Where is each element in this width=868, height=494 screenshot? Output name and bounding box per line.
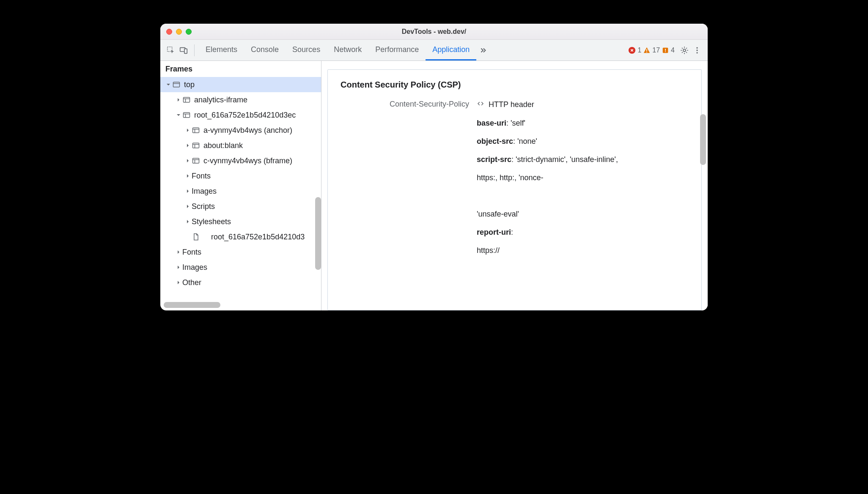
settings-icon[interactable] [678,44,691,57]
tree-row[interactable]: root_616a752e1b5d4210d3ec [160,107,321,123]
titlebar: DevTools - web.dev/ [160,24,708,40]
svg-rect-21 [193,128,199,133]
csp-value-line [477,192,689,200]
tree-label: a-vynmy4vb4wys (anchor) [203,126,292,135]
status-badges[interactable]: 1 17 4 [628,47,675,54]
disclosure-collapsed-icon[interactable] [185,203,191,209]
inspect-element-icon[interactable] [165,44,177,57]
tree-label: top [184,80,195,89]
tab-sources[interactable]: Sources [286,40,327,60]
tree-row[interactable]: c-vynmy4vb4wys (bframe) [160,153,321,168]
tree-label: about:blank [203,141,243,150]
frame-icon [192,156,200,165]
tree-row[interactable]: Fonts [160,168,321,184]
frame-icon [192,141,200,150]
svg-rect-24 [193,143,199,148]
tree-row[interactable]: about:blank [160,138,321,153]
disclosure-collapsed-icon[interactable] [185,127,191,133]
tree-label: Scripts [192,202,215,211]
tree-label: Other [182,278,201,287]
tree-row[interactable]: Images [160,184,321,199]
toolbar-separator [194,44,195,56]
section-title: Content Security Policy (CSP) [341,80,689,90]
disclosure-expanded-icon[interactable] [165,82,171,88]
panel-tabs: Elements Console Sources Network Perform… [199,40,490,60]
tree-row[interactable]: Stylesheets [160,214,321,229]
disclosure-collapsed-icon[interactable] [176,97,181,103]
frame-icon [182,111,191,119]
frames-tree[interactable]: topanalytics-iframeroot_616a752e1b5d4210… [160,77,321,300]
sidebar-header: Frames [160,61,321,77]
disclosure-collapsed-icon[interactable] [185,143,191,148]
issues-badge[interactable]: 4 [662,47,675,54]
close-window-button[interactable] [166,29,172,35]
tab-performance[interactable]: Performance [368,40,426,60]
disclosure-collapsed-icon[interactable] [185,173,191,179]
disclosure-collapsed-icon[interactable] [185,158,191,164]
tree-label: Stylesheets [192,217,231,226]
tree-label: Fonts [192,172,211,181]
tree-row[interactable]: Scripts [160,199,321,214]
frame-icon [192,126,200,134]
csp-directive: report-uri: [477,228,689,237]
csp-value-line: https:// [477,246,689,255]
tab-console[interactable]: Console [244,40,286,60]
disclosure-collapsed-icon[interactable] [176,264,181,270]
warnings-badge[interactable]: 17 [643,47,660,54]
tree-row[interactable]: top [160,77,321,92]
zoom-window-button[interactable] [186,29,192,35]
tree-label: analytics-iframe [194,96,247,104]
tree-label: Images [192,187,217,196]
warnings-count: 17 [652,47,660,54]
disclosure-collapsed-icon[interactable] [185,219,191,225]
tree-label: root_616a752e1b5d4210d3ec [194,111,296,120]
tree-row[interactable]: root_616a752e1b5d4210d3 [160,229,321,244]
content-area: Frames topanalytics-iframeroot_616a752e1… [160,61,708,310]
errors-count: 1 [637,47,641,54]
minimize-window-button[interactable] [176,29,182,35]
devtools-toolbar: Elements Console Sources Network Perform… [160,40,708,61]
details-vertical-scrollbar[interactable] [700,114,706,165]
csp-directive: base-uri: 'self' [477,119,689,128]
details-pane: Content Security Policy (CSP) Content-Se… [321,61,708,310]
sidebar-vertical-scrollbar[interactable] [315,197,321,270]
frames-sidebar: Frames topanalytics-iframeroot_616a752e1… [160,61,321,310]
tab-application[interactable]: Application [426,40,476,60]
tab-elements[interactable]: Elements [199,40,244,60]
tree-row[interactable]: Images [160,260,321,275]
traffic-lights [166,29,192,35]
disclosure-expanded-icon[interactable] [176,112,181,118]
tree-row[interactable]: analytics-iframe [160,92,321,107]
tree-label: c-vynmy4vb4wys (bframe) [203,156,292,165]
svg-point-12 [696,52,698,53]
more-tabs-button[interactable] [476,40,490,60]
tree-label: Images [182,263,207,272]
tree-label: Fonts [182,248,201,257]
disclosure-collapsed-icon[interactable] [176,249,181,255]
frame-icon [182,96,191,104]
tree-row[interactable]: Fonts [160,244,321,260]
window-title: DevTools - web.dev/ [160,28,708,36]
tab-network[interactable]: Network [327,40,368,60]
sidebar-horizontal-scrollbar[interactable] [164,302,318,308]
csp-directive: object-src: 'none' [477,137,689,146]
errors-badge[interactable]: 1 [628,47,641,54]
sidebar-horizontal-scrollbar-thumb[interactable] [164,302,220,308]
csp-value-line: https:, http:, 'nonce- [477,173,689,182]
tree-row[interactable]: Other [160,275,321,290]
document-icon [192,233,200,241]
svg-rect-13 [173,82,180,87]
field-value: HTTP header base-uri: 'self'object-src: … [477,100,689,264]
device-toolbar-icon[interactable] [177,44,190,57]
disclosure-collapsed-icon[interactable] [185,188,191,194]
disclosure-collapsed-icon[interactable] [176,280,181,285]
more-options-icon[interactable] [691,44,703,57]
svg-rect-8 [665,51,666,52]
svg-rect-4 [646,49,647,51]
tree-row[interactable]: a-vynmy4vb4wys (anchor) [160,123,321,138]
code-tag-icon [477,100,484,110]
csp-section: Content Security Policy (CSP) Content-Se… [327,69,702,310]
svg-rect-7 [665,49,666,51]
svg-rect-5 [646,52,647,52]
svg-point-11 [696,49,698,51]
